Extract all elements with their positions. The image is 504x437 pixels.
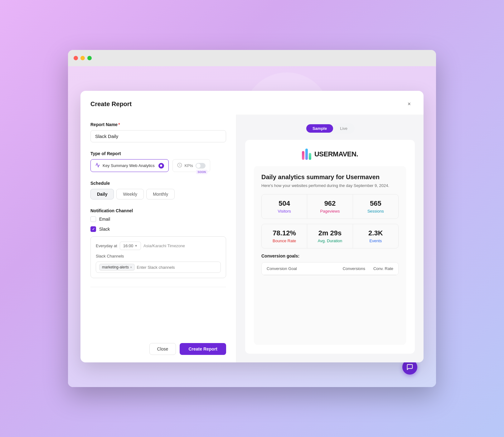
sessions-label: Sessions (358, 209, 393, 214)
divider (90, 287, 226, 287)
conv-header-rate: Conv. Rate (365, 266, 393, 271)
events-label: Events (358, 238, 393, 243)
report-type-options: Key Summary Web Analytics (90, 159, 226, 172)
pageviews-value: 962 (312, 199, 347, 208)
metric-pageviews: 962 Pageviews (307, 194, 353, 219)
active-indicator (158, 163, 164, 169)
time-select[interactable]: 16:00 ▼ (120, 242, 141, 250)
schedule-options: Daily Weekly Monthly (90, 189, 226, 199)
metric-events: 2.3K Events (353, 224, 398, 248)
create-report-modal: Create Report × Report Name* (80, 91, 424, 362)
key-summary-icon (95, 163, 100, 169)
slack-row: Slack (90, 226, 226, 232)
schedule-label: Schedule (90, 181, 226, 186)
logo-bar-2 (305, 149, 308, 160)
usermaven-logo: USERMAVEN. (254, 149, 406, 160)
logo-bar-1 (302, 151, 304, 160)
chevron-down-icon: ▼ (134, 244, 138, 248)
time-row: Everyday at 16:00 ▼ Asia/Karachi Timezon… (96, 242, 221, 250)
everyday-label: Everyday at (96, 243, 117, 248)
traffic-dot-yellow[interactable] (80, 56, 85, 60)
report-name-input[interactable] (90, 130, 226, 142)
sessions-value: 565 (358, 199, 393, 208)
conv-header-goal: Conversion Goal (267, 266, 337, 271)
modal-footer: Close Create Report (90, 343, 226, 355)
schedule-monthly[interactable]: Monthly (146, 189, 175, 199)
conversion-title: Conversion goals: (261, 253, 399, 258)
metric-duration: 2m 29s Avg. Duration (307, 224, 353, 248)
required-star: * (118, 122, 120, 127)
traffic-dot-red[interactable] (74, 56, 78, 60)
modal-title: Create Report (90, 101, 132, 108)
time-value: 16:00 (123, 243, 133, 248)
bounce-value: 78.12% (267, 229, 302, 237)
channel-tag-marketing-alerts: marketing-alerts × (99, 264, 135, 271)
preview-card: USERMAVEN. Daily analytics summary for U… (245, 140, 415, 354)
schedule-daily[interactable]: Daily (90, 189, 114, 199)
preview-live-btn[interactable]: Live (334, 124, 354, 133)
metric-bounce: 78.12% Bounce Rate (262, 224, 307, 248)
notification-channel-label: Notification Channel (90, 208, 226, 213)
notification-options: Email Slack Everyday at (90, 216, 226, 278)
email-checkbox[interactable] (90, 216, 96, 222)
conversion-table: Conversion Goal Conversions Conv. Rate (261, 262, 399, 275)
slack-label: Slack (99, 227, 110, 232)
preview-inner-card: Daily analytics summary for Usermaven He… (254, 166, 406, 345)
channel-tag-text: marketing-alerts (102, 265, 129, 269)
report-type-key-summary[interactable]: Key Summary Web Analytics (90, 159, 169, 172)
logo-text: USERMAVEN. (314, 150, 358, 158)
modal-close-button[interactable]: × (405, 100, 414, 108)
email-row: Email (90, 216, 226, 222)
key-summary-label: Key Summary Web Analytics (103, 163, 155, 168)
notification-channel-group: Notification Channel Email Slack (90, 208, 226, 278)
schedule-weekly[interactable]: Weekly (116, 189, 144, 199)
slack-channels-group: Slack Channels marketing-alerts × (96, 254, 221, 273)
visitors-label: Visitors (267, 209, 302, 214)
channel-input-row[interactable]: marketing-alerts × (96, 262, 221, 273)
logo-bars (302, 149, 311, 160)
metric-sessions: 565 Sessions (353, 194, 398, 219)
pageviews-label: Pageviews (312, 209, 347, 214)
close-button[interactable]: Close (149, 343, 176, 355)
soon-badge: SOON (196, 170, 208, 174)
slack-checkbox[interactable] (90, 226, 96, 232)
duration-label: Avg. Duration (312, 238, 347, 243)
browser-body: Create Report × Report Name* (68, 66, 436, 387)
report-type-label: Type of Report (90, 151, 226, 156)
slack-config-box: Everyday at 16:00 ▼ Asia/Karachi Timezon… (90, 236, 226, 278)
preview-sample-btn[interactable]: Sample (306, 124, 333, 133)
metrics-row-1: 504 Visitors 962 Pageviews 565 (261, 194, 399, 219)
conversion-table-header: Conversion Goal Conversions Conv. Rate (262, 263, 398, 275)
preview-subtitle: Here's how your websites perfomed during… (261, 183, 399, 188)
right-panel: Sample Live (236, 115, 424, 362)
metric-visitors: 504 Visitors (262, 194, 307, 219)
modal-content: Report Name* Type of Report (80, 115, 424, 362)
traffic-dot-green[interactable] (87, 56, 92, 60)
schedule-group: Schedule Daily Weekly Monthly (90, 181, 226, 199)
email-label: Email (99, 217, 110, 222)
modal-header: Create Report × (80, 91, 424, 115)
conversion-section: Conversion goals: Conversion Goal Conver… (261, 253, 399, 275)
preview-toggle-group: Sample Live (305, 123, 355, 134)
report-type-kpis[interactable]: KPIs SOON (172, 159, 210, 172)
timezone-text: Asia/Karachi Timezone (143, 243, 185, 248)
bounce-label: Bounce Rate (267, 238, 302, 243)
events-value: 2.3K (358, 229, 393, 237)
channel-input[interactable] (137, 265, 217, 270)
left-panel: Report Name* Type of Report (80, 115, 236, 362)
browser-top-bar (68, 50, 436, 66)
preview-title: Daily analytics summary for Usermaven (261, 174, 399, 181)
report-name-label: Report Name* (90, 122, 226, 127)
duration-value: 2m 29s (312, 229, 347, 237)
create-report-button[interactable]: Create Report (180, 343, 226, 355)
slack-channels-label: Slack Channels (96, 254, 221, 258)
channel-tag-close[interactable]: × (130, 265, 132, 269)
metrics-row-2: 78.12% Bounce Rate 2m 29s Avg. Duration … (261, 224, 399, 248)
browser-window: Create Report × Report Name* (68, 50, 436, 387)
visitors-value: 504 (267, 199, 302, 208)
report-type-group: Type of Report Key Summary Web Analytics (90, 151, 226, 172)
modal-overlay: Create Report × Report Name* (80, 91, 424, 362)
kpi-label: KPIs (185, 163, 193, 168)
kpi-toggle[interactable] (196, 163, 206, 169)
logo-bar-3 (309, 153, 311, 160)
